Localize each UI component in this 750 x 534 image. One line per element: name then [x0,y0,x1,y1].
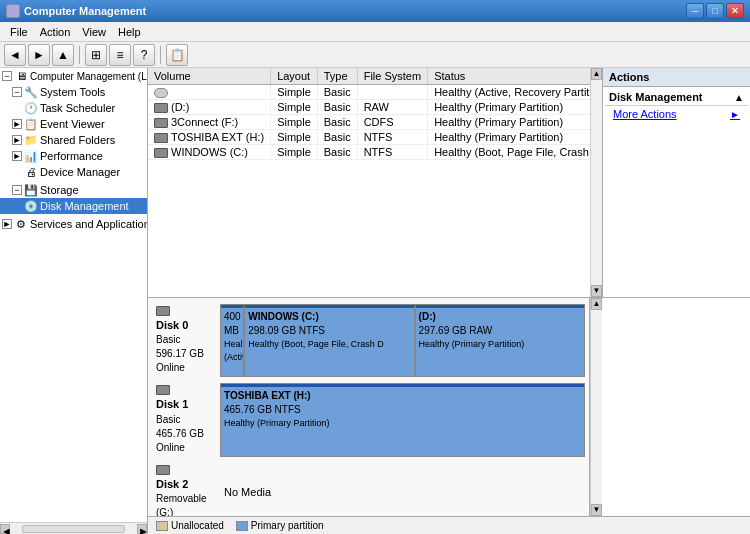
computer-icon: 🖥 [14,69,28,83]
tree-expand-storage[interactable]: − [12,185,22,195]
tree-item-shared-folders[interactable]: ► 📁 Shared Folders [0,132,147,148]
close-button[interactable]: ✕ [726,3,744,19]
tree-expand-services[interactable]: ► [2,219,12,229]
disk-row: Disk 1Basic465.76 GBOnlineTOSHIBA EXT (H… [152,383,585,456]
toolbar-properties[interactable]: ≡ [109,44,131,66]
toolbar-export[interactable]: 📋 [166,44,188,66]
tree-item-event-viewer[interactable]: ► 📋 Event Viewer [0,116,147,132]
actions-body: Disk Management ▲ More Actions ► [603,87,750,126]
disk-size: 465.76 GB [156,427,216,441]
tree-label-disk-management: Disk Management [40,200,129,212]
diskmap-vscroll-up[interactable]: ▲ [591,298,602,310]
actions-collapse-icon: ▲ [734,92,744,103]
tree-expand-system-tools[interactable]: − [12,87,22,97]
disk-map-container: Disk 0Basic596.17 GBOnline400 MBHealthy … [148,298,590,516]
disk-status: Online [156,441,216,455]
disk-list-section: Volume Layout Type File System Status Si… [148,68,750,298]
hscroll-left[interactable]: ◄ [0,524,10,534]
system-tools-icon: 🔧 [24,85,38,99]
table-row[interactable]: (D:) Simple Basic RAW Healthy (Primary P… [148,100,590,115]
tree-label-task-scheduler: Task Scheduler [40,102,115,114]
diskmap-vscroll-track [591,310,602,504]
vscroll-down[interactable]: ▼ [591,285,602,297]
tree-label-performance: Performance [40,150,103,162]
tree-label-shared-folders: Shared Folders [40,134,115,146]
legend-primary-label: Primary partition [251,520,324,531]
tree-item-storage[interactable]: − 💾 Storage [0,182,147,198]
tree-expand-shared-folders[interactable]: ► [12,135,22,145]
tree-label-computer: Computer Management (Local [30,71,147,82]
toolbar-up[interactable]: ▲ [52,44,74,66]
vscroll-track [591,80,602,285]
actions-section-header-disk-mgmt[interactable]: Disk Management ▲ [605,89,748,106]
col-header-layout[interactable]: Layout [271,68,318,85]
table-row[interactable]: WINDOWS (C:) Simple Basic NTFS Healthy (… [148,145,590,160]
disk-info-0: Disk 0Basic596.17 GBOnline [152,304,220,377]
diskmap-vscroll[interactable]: ▲ ▼ [590,298,602,516]
segment-size: 465.76 GB NTFS [224,403,581,417]
table-vscroll[interactable]: ▲ ▼ [590,68,602,297]
cell-fs: RAW [357,100,427,115]
tree-label-storage: Storage [40,184,79,196]
col-header-fs[interactable]: File System [357,68,427,85]
menu-view[interactable]: View [76,24,112,40]
legend-bar: Unallocated Primary partition [148,516,750,534]
tree-expand-computer[interactable]: − [2,71,12,81]
disk-size: 596.17 GB [156,347,216,361]
tree-item-task-scheduler[interactable]: 🕐 Task Scheduler [0,100,147,116]
cell-layout: Simple [271,130,318,145]
tree-label-event-viewer: Event Viewer [40,118,105,130]
maximize-button[interactable]: □ [706,3,724,19]
tree-item-disk-management[interactable]: 💿 Disk Management [0,198,147,214]
hscroll-track[interactable] [22,525,125,533]
disk-segment-0-2[interactable]: (D:)297.69 GB RAWHealthy (Primary Partit… [416,305,584,376]
table-row[interactable]: TOSHIBA EXT (H:) Simple Basic NTFS Healt… [148,130,590,145]
menu-file[interactable]: File [4,24,34,40]
table-row[interactable]: 3Connect (F:) Simple Basic CDFS Healthy … [148,115,590,130]
toolbar-forward[interactable]: ► [28,44,50,66]
segment-size: 298.09 GB NTFS [248,324,410,338]
diskmap-vscroll-down[interactable]: ▼ [591,504,602,516]
tree-item-system-tools[interactable]: − 🔧 System Tools [0,84,147,100]
col-header-volume[interactable]: Volume [148,68,271,85]
tree-label-system-tools: System Tools [40,86,105,98]
segment-label: (D:) [419,310,581,324]
toolbar-help[interactable]: ? [133,44,155,66]
cell-volume: TOSHIBA EXT (H:) [148,130,271,145]
hscroll-right[interactable]: ► [137,524,147,534]
tree-item-device-manager[interactable]: 🖨 Device Manager [0,164,147,180]
actions-section-label: Disk Management [609,91,703,103]
tree-item-computer[interactable]: − 🖥 Computer Management (Local [0,68,147,84]
col-header-status[interactable]: Status [428,68,590,85]
toolbar-back[interactable]: ◄ [4,44,26,66]
tree-expand-performance[interactable]: ► [12,151,22,161]
disk-management-icon: 💿 [24,199,38,213]
legend-unallocated-label: Unallocated [171,520,224,531]
tree-item-performance[interactable]: ► 📊 Performance [0,148,147,164]
tree-item-services[interactable]: ► ⚙ Services and Applications [0,216,147,232]
cell-fs: NTFS [357,130,427,145]
title-bar: Computer Management ─ □ ✕ [0,0,750,22]
disk-segment-0-0[interactable]: 400 MBHealthy (Activ [221,305,245,376]
tree-expand-event-viewer[interactable]: ► [12,119,22,129]
disk-drive-icon [156,465,170,475]
cell-fs [357,85,427,100]
toolbar-show-hide[interactable]: ⊞ [85,44,107,66]
minimize-button[interactable]: ─ [686,3,704,19]
disk-segment-0-1[interactable]: WINDOWS (C:)298.09 GB NTFSHealthy (Boot,… [245,305,415,376]
disk-row: Disk 0Basic596.17 GBOnline400 MBHealthy … [152,304,585,377]
menu-action[interactable]: Action [34,24,77,40]
cell-volume: 3Connect (F:) [148,115,271,130]
disk-drive-icon [156,306,170,316]
table-row[interactable]: Simple Basic Healthy (Active, Recovery P… [148,85,590,100]
actions-more-actions[interactable]: More Actions ► [605,106,748,122]
disk-segment-1-0[interactable]: TOSHIBA EXT (H:)465.76 GB NTFSHealthy (P… [221,384,584,455]
cell-fs: CDFS [357,115,427,130]
disk-name: Disk 0 [156,318,216,333]
col-header-type[interactable]: Type [317,68,357,85]
menu-help[interactable]: Help [112,24,147,40]
disk-info-1: Disk 1Basic465.76 GBOnline [152,383,220,456]
legend-primary: Primary partition [236,520,324,531]
tree-hscroll[interactable]: ◄ ► [0,522,147,534]
vscroll-up[interactable]: ▲ [591,68,602,80]
